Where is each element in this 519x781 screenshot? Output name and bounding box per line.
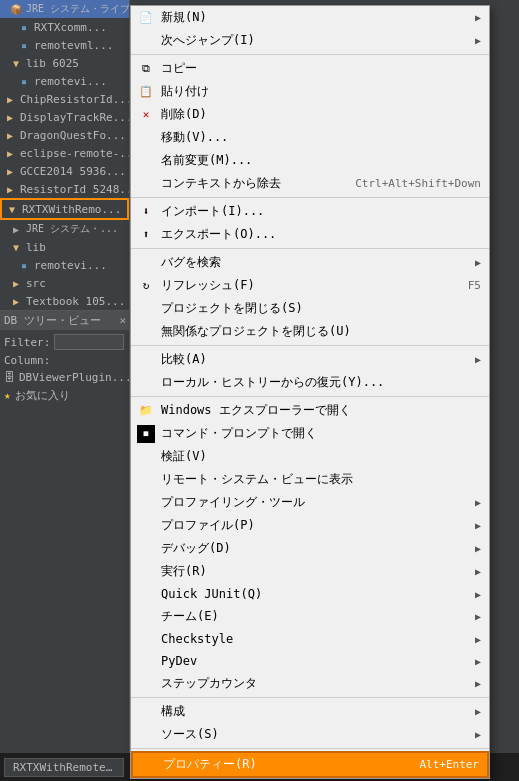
tree-item-resistor-id[interactable]: ▶ ResistorId 5248...: [0, 180, 129, 198]
menu-item-show-remote[interactable]: リモート・システム・ビューに表示: [131, 468, 489, 491]
tree-item-remotevi2[interactable]: ▪ remotevi...: [0, 256, 129, 274]
menu-item-profile[interactable]: プロファイル(P) ▶: [131, 514, 489, 537]
submenu-arrow-icon: ▶: [475, 729, 481, 740]
submenu-arrow-icon: ▶: [475, 706, 481, 717]
menu-item-source[interactable]: ソース(S) ▶: [131, 723, 489, 746]
db-item-favorites[interactable]: ★ お気に入り: [2, 386, 128, 405]
taskbar-item-rxtx[interactable]: RXTXWithRemoteV...: [4, 758, 124, 777]
menu-item-move[interactable]: 移動(V)...: [131, 126, 489, 149]
tree-item-lib2[interactable]: ▼ lib: [0, 238, 129, 256]
menu-item-label: 実行(R): [161, 563, 207, 580]
tree-item-rxtx-with-remote[interactable]: ▼ RXTXWithRemo...: [0, 198, 129, 220]
menu-item-paste[interactable]: 📋 貼り付け: [131, 80, 489, 103]
menu-item-label: 削除(D): [161, 106, 207, 123]
shortcut-label: F5: [468, 279, 481, 292]
tree-item-textbook[interactable]: ▶ Textbook 105...: [0, 292, 129, 310]
menu-item-compare[interactable]: 比較(A) ▶: [131, 348, 489, 371]
folder-icon: ▶: [8, 293, 24, 309]
menu-item-label: Quick JUnit(Q): [161, 587, 262, 601]
tree-item-jre-system-lib[interactable]: 📦 JRE システム・ライブラリー [JavaSE-1.8]: [0, 0, 129, 18]
separator-6: [131, 697, 489, 698]
tree-item-label: remotevml...: [34, 39, 113, 52]
jar-icon: ▪: [16, 257, 32, 273]
menu-item-quick-junit[interactable]: Quick JUnit(Q) ▶: [131, 583, 489, 605]
menu-item-label: 名前変更(M)...: [161, 152, 252, 169]
tree-item-label: lib: [26, 241, 46, 254]
tree-item-label: remotevi...: [34, 259, 107, 272]
menu-item-debug[interactable]: デバッグ(D) ▶: [131, 537, 489, 560]
filter-label: Filter:: [4, 336, 50, 349]
tree-item-chip-resistor[interactable]: ▶ ChipResistorId...: [0, 90, 129, 108]
close-db-panel-icon[interactable]: ✕: [119, 314, 126, 327]
tree-item-dragon-quest[interactable]: ▶ DragonQuestFo...: [0, 126, 129, 144]
separator-3: [131, 248, 489, 249]
filter-input[interactable]: [54, 334, 124, 350]
tree-item-display-track[interactable]: ▶ DisplayTrackRe...: [0, 108, 129, 126]
tree-item-remotevml[interactable]: ▪ remotevml...: [0, 36, 129, 54]
folder-icon: ▼: [8, 55, 24, 71]
menu-item-remove-context[interactable]: コンテキストから除去 Ctrl+Alt+Shift+Down: [131, 172, 489, 195]
menu-item-label: デバッグ(D): [161, 540, 231, 557]
tree-item-label: DragonQuestFo...: [20, 129, 126, 142]
menu-item-checkstyle[interactable]: Checkstyle ▶: [131, 628, 489, 650]
menu-item-copy[interactable]: ⧉ コピー: [131, 57, 489, 80]
menu-item-find-bug[interactable]: バグを検索 ▶: [131, 251, 489, 274]
menu-item-label: インポート(I)...: [161, 203, 264, 220]
submenu-arrow-icon: ▶: [475, 566, 481, 577]
menu-item-run[interactable]: 実行(R) ▶: [131, 560, 489, 583]
menu-item-properties[interactable]: プロパティー(R) Alt+Enter: [131, 751, 489, 778]
tree-item-gcce2014[interactable]: ▶ GCCE2014 5936...: [0, 162, 129, 180]
tree-item-jre-system2[interactable]: ▶ JRE システム・...: [0, 220, 129, 238]
tree-item-label: RXTXWithRemo...: [22, 203, 121, 216]
tree-item-label: eclipse-remote-...: [20, 147, 130, 160]
menu-item-configure[interactable]: 構成 ▶: [131, 700, 489, 723]
paste-icon: 📋: [137, 83, 155, 101]
menu-item-rename[interactable]: 名前変更(M)...: [131, 149, 489, 172]
menu-item-validate[interactable]: 検証(V): [131, 445, 489, 468]
menu-item-team[interactable]: チーム(E) ▶: [131, 605, 489, 628]
tree-item-rxtxcomm[interactable]: ▪ RXTXcomm...: [0, 18, 129, 36]
menu-item-delete[interactable]: ✕ 削除(D): [131, 103, 489, 126]
menu-item-close-project[interactable]: プロジェクトを閉じる(S): [131, 297, 489, 320]
menu-item-open-cmd[interactable]: ■ コマンド・プロンプトで開く: [131, 422, 489, 445]
project-icon: ▶: [2, 109, 18, 125]
shortcut-label: Alt+Enter: [419, 758, 479, 771]
menu-item-refresh[interactable]: ↻ リフレッシュ(F) F5: [131, 274, 489, 297]
refresh-icon: ↻: [137, 277, 155, 295]
db-tree-header: DB ツリー・ビュー ✕: [0, 311, 130, 330]
menu-item-import[interactable]: ⬇ インポート(I)...: [131, 200, 489, 223]
tree-item-lib-6025[interactable]: ▼ lib 6025: [0, 54, 129, 72]
db-icon: 🗄: [4, 371, 15, 384]
tree-item-remotevi[interactable]: ▪ remotevi...: [0, 72, 129, 90]
menu-item-label: プロジェクトを閉じる(S): [161, 300, 303, 317]
menu-item-label: 新規(N): [161, 9, 207, 26]
submenu-arrow-icon: ▶: [475, 520, 481, 531]
taskbar-item-label: RXTXWithRemoteV...: [13, 761, 124, 774]
separator-4: [131, 345, 489, 346]
menu-item-label: 無関係なプロジェクトを閉じる(U): [161, 323, 351, 340]
menu-item-label: 貼り付け: [161, 83, 209, 100]
menu-item-restore-local[interactable]: ローカル・ヒストリーからの復元(Y)...: [131, 371, 489, 394]
menu-item-label: Windows エクスプローラーで開く: [161, 402, 351, 419]
tree-item-eclipse-remote[interactable]: ▶ eclipse-remote-...: [0, 144, 129, 162]
project-icon: ▶: [2, 91, 18, 107]
db-item-label: DBViewerPlugin...: [19, 371, 130, 384]
menu-item-profiling-tools[interactable]: プロファイリング・ツール ▶: [131, 491, 489, 514]
menu-item-close-unrelated[interactable]: 無関係なプロジェクトを閉じる(U): [131, 320, 489, 343]
db-item-dbviewer[interactable]: 🗄 DBViewerPlugin...: [2, 369, 128, 386]
star-icon: ★: [4, 389, 11, 402]
tree-item-src[interactable]: ▶ src: [0, 274, 129, 292]
cmd-icon: ■: [137, 425, 155, 443]
submenu-arrow-icon: ▶: [475, 589, 481, 600]
submenu-arrow-icon: ▶: [475, 35, 481, 46]
tree-item-label: JRE システム・ライブラリー [JavaSE-1.8]: [26, 2, 130, 16]
menu-item-pydev[interactable]: PyDev ▶: [131, 650, 489, 672]
menu-item-new[interactable]: 📄 新規(N) ▶: [131, 6, 489, 29]
menu-item-export[interactable]: ⬆ エクスポート(O)...: [131, 223, 489, 246]
menu-item-open-explorer[interactable]: 📁 Windows エクスプローラーで開く: [131, 399, 489, 422]
menu-item-label: PyDev: [161, 654, 197, 668]
tree-item-label: RXTXcomm...: [34, 21, 107, 34]
menu-item-label: プロパティー(R): [163, 756, 257, 773]
menu-item-step-counter[interactable]: ステップカウンタ ▶: [131, 672, 489, 695]
menu-item-jump-next[interactable]: 次へジャンプ(I) ▶: [131, 29, 489, 52]
